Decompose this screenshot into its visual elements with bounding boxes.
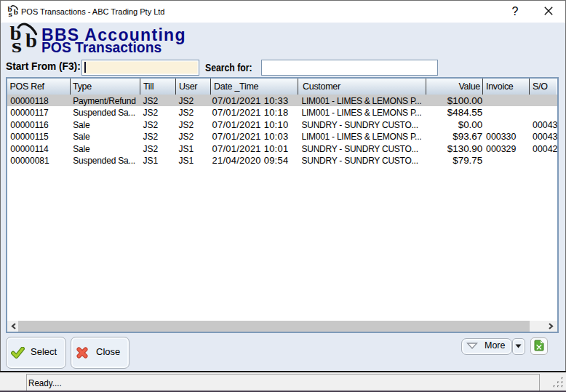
svg-text:s: s (8, 9, 12, 17)
svg-text:s: s (12, 34, 22, 55)
svg-text:b: b (14, 7, 18, 16)
svg-text:b: b (25, 29, 37, 52)
